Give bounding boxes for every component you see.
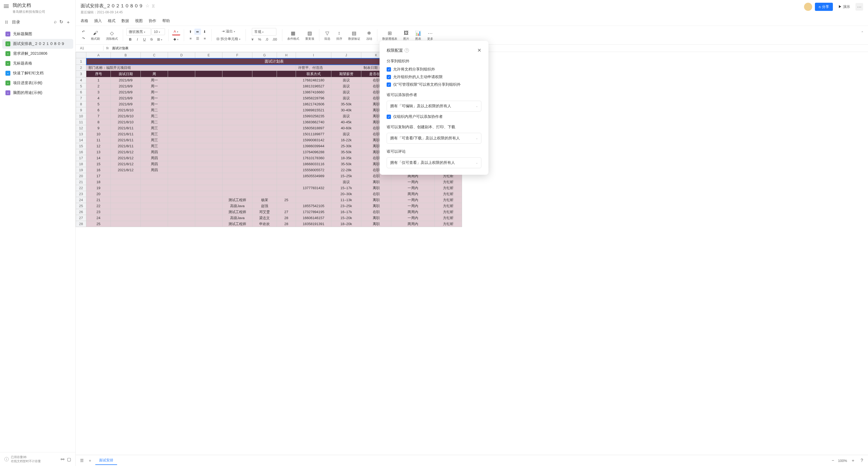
sort[interactable]: ↕排序 — [335, 29, 344, 41]
menu-item[interactable]: 插入 — [94, 16, 102, 26]
table-row[interactable]: 2421测试工程师杨茉2511–13k离职一周内方红昕 — [76, 197, 462, 203]
notify-icon[interactable]: ⧖ — [152, 3, 155, 9]
cell-reference[interactable]: A1 — [79, 46, 103, 51]
border-icon[interactable]: ⊞▼ — [155, 36, 164, 42]
split-cell[interactable]: ⊟ 拆分单元格▼ — [215, 35, 243, 42]
search-icon[interactable]: ⌕ — [54, 19, 57, 25]
currency-icon[interactable]: ¥ — [249, 36, 256, 42]
checkbox-share-external[interactable]: ✓允许将文档分享到组织外 — [386, 67, 482, 72]
bold-icon[interactable]: B — [127, 36, 134, 42]
fill-color-icon[interactable]: ◆▼ — [172, 36, 181, 42]
refresh-icon[interactable]: ↻ — [59, 19, 63, 25]
doc-item[interactable]: ▪需求讲解_20210806 — [2, 49, 73, 59]
chart[interactable]: 📊图表 — [413, 29, 423, 41]
column-header[interactable]: I — [296, 52, 331, 58]
overflow-select[interactable]: ⇥ 溢出▼ — [220, 28, 237, 35]
validation[interactable]: ▤数据验证 — [347, 29, 362, 41]
underline-icon[interactable]: U — [141, 36, 148, 42]
italic-icon[interactable]: I — [134, 36, 141, 42]
comment-perm-select[interactable]: 拥有「仅可查看」及以上权限的所有人⌄ — [386, 157, 482, 168]
doc-item[interactable]: ▪无标题表格 — [2, 59, 73, 68]
doc-item[interactable]: ▪面试安排表_２０２１０８０９ — [2, 39, 73, 49]
doc-type-icon: ▪ — [5, 61, 10, 66]
close-icon[interactable]: ✕ — [477, 48, 482, 53]
dec-dec-icon[interactable]: .00 — [270, 36, 279, 42]
table-row[interactable]: 232020–30k在职两周内方红昕 — [76, 191, 462, 197]
menu-item[interactable]: 数据 — [121, 16, 129, 26]
column-header[interactable]: H — [277, 52, 296, 58]
column-header[interactable]: D — [168, 52, 195, 58]
table-row[interactable]: 2724高级Java梁志文281660614615715–20k离职一周内方红昕 — [76, 215, 462, 221]
redo-icon[interactable]: ↷ — [80, 35, 87, 42]
strike-icon[interactable]: S — [148, 36, 155, 42]
share-button[interactable]: ⎋ 分享 — [815, 3, 833, 11]
copy-perm-select[interactable]: 拥有「可查看/下载」及以上权限的所有人⌄ — [386, 133, 482, 144]
table-row[interactable]: 22191377783143215–17k离职一周内方红昕 — [76, 185, 462, 191]
column-header[interactable]: A — [86, 52, 111, 58]
column-header[interactable]: E — [195, 52, 222, 58]
modal-help-icon[interactable]: ? — [405, 48, 409, 53]
zoom-in-icon[interactable]: ＋ — [849, 457, 857, 464]
table-row[interactable]: 2522高级Java赵强1855754210523–25k离职一周内方红昕 — [76, 203, 462, 209]
format-brush[interactable]: 🖌格式刷 — [89, 29, 101, 41]
doc-item[interactable]: ▪脑图的用途(示例) — [2, 88, 73, 98]
doc-item[interactable]: ▪快速了解钉钉文档 — [2, 68, 73, 78]
percent-icon[interactable]: % — [256, 36, 263, 42]
menu-item[interactable]: 视图 — [135, 16, 143, 26]
valign-bot-icon[interactable]: ⬇ — [202, 29, 208, 35]
toolbar-more[interactable]: ⋯更多 — [426, 29, 435, 41]
align-center-icon[interactable]: ☰ — [194, 35, 201, 42]
menu-item[interactable]: 帮助 — [162, 16, 170, 26]
filter[interactable]: ▽筛选 — [323, 29, 332, 41]
sheet-list-icon[interactable]: ☰ — [79, 457, 85, 464]
freeze[interactable]: ❄冻结 — [365, 29, 374, 41]
checkbox-manage-only[interactable]: ✓仅"可管理权限"可以将文档分享到组织外 — [386, 82, 482, 87]
valign-top-icon[interactable]: ⬆ — [187, 29, 194, 35]
doc-item[interactable]: ▪项目进度表(示例) — [2, 78, 73, 88]
image[interactable]: 🖼图片 — [402, 29, 411, 41]
column-header[interactable]: B — [111, 52, 141, 58]
add-sheet-icon[interactable]: ＋ — [87, 457, 93, 464]
clear-format[interactable]: ◇清除格式 — [104, 29, 120, 41]
zoom-out-icon[interactable]: − — [830, 458, 836, 464]
more-button[interactable]: ⋯ — [856, 3, 863, 11]
font-select[interactable]: 微软雅黑▼ — [126, 28, 151, 36]
column-header[interactable]: C — [141, 52, 168, 58]
add-icon[interactable]: ＋ — [66, 19, 70, 25]
undo-icon[interactable]: ↶ — [80, 29, 87, 35]
star-icon[interactable]: ☆ — [145, 3, 150, 9]
share-tree-icon[interactable]: ⚯ — [61, 457, 64, 462]
collapse-toolbar-icon[interactable]: ⌃ — [861, 31, 864, 35]
info-icon[interactable]: i — [4, 457, 9, 461]
duplicates[interactable]: ▧重复项 — [304, 29, 316, 41]
menu-item[interactable]: 格式 — [108, 16, 116, 26]
present-button[interactable]: ▶ 演示 — [836, 3, 853, 11]
trash-icon[interactable]: ▢ — [67, 457, 71, 462]
checkbox-external-request[interactable]: ✓允许组织外的人主动申请权限 — [386, 74, 482, 80]
align-left-icon[interactable]: ≡ — [187, 35, 194, 42]
table-row[interactable]: 2623测试工程师邓艾雯271732789419516–17k在职两周内方红昕 — [76, 209, 462, 215]
table-row[interactable]: 2825测试工程师申欢欢281835819139118–20k离职两周内方红昕 — [76, 221, 462, 227]
collaborator-select[interactable]: 拥有「可编辑」及以上权限的所有人⌄ — [386, 101, 482, 112]
zoom-value: 100% — [838, 459, 847, 463]
table-row[interactable]: 2118面议离职一周内方红昕 — [76, 179, 462, 185]
font-size[interactable]: 10▼ — [151, 28, 165, 35]
menu-item[interactable]: 表格 — [81, 16, 88, 26]
help-icon[interactable]: ? — [859, 458, 865, 464]
valign-mid-icon[interactable]: ⬌ — [194, 29, 201, 35]
number-format[interactable]: 常规▼ — [252, 28, 276, 36]
align-right-icon[interactable]: ≡ — [202, 35, 208, 42]
column-header[interactable]: G — [252, 52, 277, 58]
sheet-tab[interactable]: 面试安排 — [95, 456, 117, 465]
text-color-icon[interactable]: A▼ — [172, 28, 181, 35]
avatar[interactable] — [804, 3, 812, 11]
pivot[interactable]: ⊞数据透视表 — [381, 29, 399, 41]
doc-item[interactable]: ▪无标题脑图 — [2, 29, 73, 39]
conditional-format[interactable]: ▦条件格式 — [286, 29, 301, 41]
dec-inc-icon[interactable]: .0 — [263, 36, 270, 42]
menu-icon[interactable] — [4, 4, 9, 8]
checkbox-org-only[interactable]: ✓仅组织内用户可以添加协作者 — [386, 114, 482, 119]
column-header[interactable]: J — [331, 52, 361, 58]
column-header[interactable]: F — [222, 52, 252, 58]
menu-item[interactable]: 协作 — [149, 16, 156, 26]
